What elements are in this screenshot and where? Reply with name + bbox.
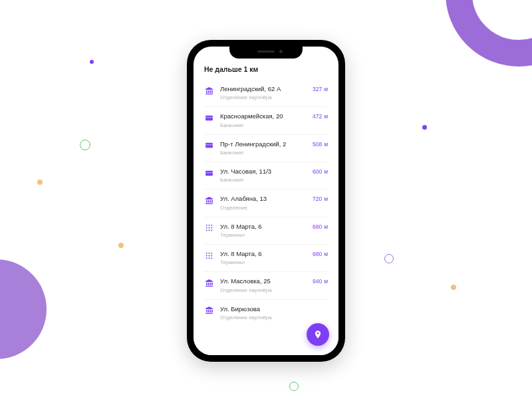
location-type: Банкомат — [220, 177, 306, 183]
card-icon — [204, 113, 213, 122]
terminal-icon — [204, 251, 213, 260]
phone-notch — [229, 47, 303, 59]
location-name: Ул. Алабяна, 13 — [220, 195, 306, 203]
phone-frame: Не дальше 1 км Ленинградский, 62 АОтделе… — [187, 40, 345, 362]
location-name: Ул. 8 Марта, 6 — [220, 250, 306, 258]
bank-icon — [204, 86, 213, 95]
location-distance: 327м — [313, 86, 328, 92]
location-item[interactable]: Ул. Алабяна, 13Отделение720м — [204, 190, 328, 217]
location-type: Терминал — [220, 259, 306, 265]
location-info: Ул. Часовая, 11/3Банкомат — [220, 168, 306, 183]
section-header: Не дальше 1 км — [204, 65, 328, 73]
decoration-ring — [384, 254, 394, 263]
terminal-icon — [204, 223, 213, 233]
bank-icon — [204, 196, 213, 205]
location-type: Отделение партнёра — [220, 287, 306, 293]
card-icon — [204, 141, 213, 150]
decoration-dot — [422, 125, 427, 130]
pin-icon — [313, 330, 323, 339]
bank-icon — [204, 278, 213, 287]
location-item[interactable]: Красноармейская, 20Банкомат472м — [204, 107, 328, 134]
location-distance: 680м — [313, 251, 328, 257]
location-item[interactable]: Ленинградский, 62 АОтделение партнёра327… — [204, 80, 328, 107]
location-distance: 472м — [313, 113, 328, 120]
card-icon — [204, 168, 213, 178]
location-info: Ул. БирюзоваОтделение партнёра — [220, 305, 321, 321]
location-item[interactable]: Пр-т Ленинградский, 2Банкомат508м — [204, 135, 328, 162]
locations-list[interactable]: Ленинградский, 62 АОтделение партнёра327… — [204, 80, 328, 327]
location-item[interactable]: Ул. Часовая, 11/3Банкомат600м — [204, 162, 328, 190]
location-info: Ул. Алабяна, 13Отделение — [220, 195, 306, 210]
location-info: Ленинградский, 62 АОтделение партнёра — [220, 85, 306, 100]
location-item[interactable]: Ул. 8 Марта, 6Терминал680м — [204, 245, 328, 272]
location-name: Ул. Масловка, 25 — [220, 277, 306, 285]
decoration-dot — [451, 285, 456, 290]
location-info: Пр-т Ленинградский, 2Банкомат — [220, 140, 306, 156]
location-name: Ул. Часовая, 11/3 — [220, 168, 306, 176]
location-distance: 680м — [313, 223, 328, 230]
location-name: Ленинградский, 62 А — [220, 85, 306, 93]
app-content: Не дальше 1 км Ленинградский, 62 АОтделе… — [194, 47, 338, 355]
location-name: Ул. Бирюзова — [220, 305, 321, 313]
decoration-ring — [446, 0, 532, 66]
location-type: Банкомат — [220, 122, 306, 128]
decoration-dot — [118, 243, 124, 248]
decoration-ring — [289, 382, 299, 391]
location-info: Ул. 8 Марта, 6Терминал — [220, 223, 306, 238]
location-name: Красноармейская, 20 — [220, 112, 306, 120]
location-type: Терминал — [220, 232, 306, 238]
location-distance: 940м — [313, 278, 328, 285]
location-item[interactable]: Ул. Масловка, 25Отделение партнёра940м — [204, 272, 328, 299]
bank-icon — [204, 306, 213, 315]
location-name: Пр-т Ленинградский, 2 — [220, 140, 306, 148]
location-info: Ул. 8 Марта, 6Терминал — [220, 250, 306, 265]
phone-screen: Не дальше 1 км Ленинградский, 62 АОтделе… — [194, 47, 338, 355]
location-distance: 508м — [313, 141, 328, 148]
decoration-ring — [80, 140, 90, 150]
location-item[interactable]: Ул. 8 Марта, 6Терминал680м — [204, 217, 328, 245]
map-fab-button[interactable] — [307, 323, 329, 346]
location-type: Отделение партнёра — [220, 94, 306, 100]
location-type: Банкомат — [220, 150, 306, 156]
decoration-dot — [37, 180, 43, 185]
location-distance: 720м — [313, 196, 328, 202]
decoration-dot — [90, 60, 94, 64]
location-info: Ул. Масловка, 25Отделение партнёра — [220, 277, 306, 293]
location-type: Отделение партнёра — [220, 315, 321, 321]
location-info: Красноармейская, 20Банкомат — [220, 112, 306, 128]
location-type: Отделение — [220, 205, 306, 211]
location-item[interactable]: Ул. БирюзоваОтделение партнёра — [204, 300, 328, 327]
decoration-circle — [0, 259, 47, 359]
location-name: Ул. 8 Марта, 6 — [220, 223, 306, 231]
location-distance: 600м — [313, 168, 328, 175]
